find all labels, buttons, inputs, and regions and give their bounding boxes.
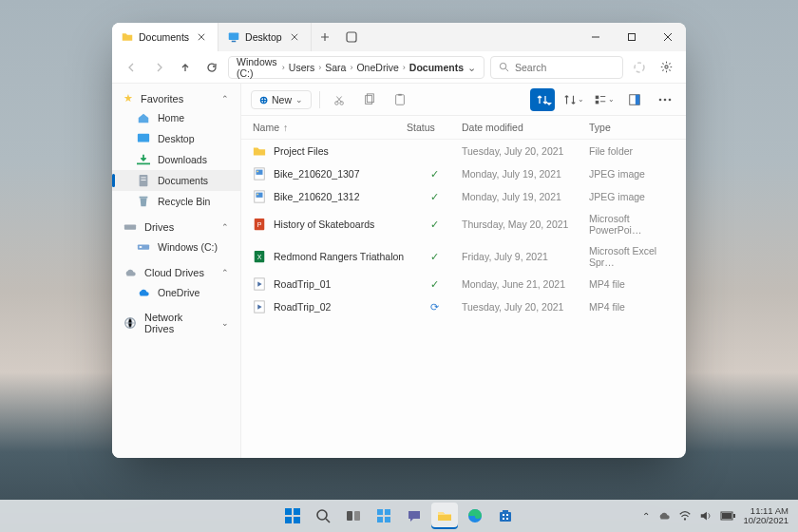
loading-icon [629,57,650,78]
chevron-down-icon[interactable]: ⌄ [467,62,476,73]
back-button[interactable] [122,57,142,78]
column-status[interactable]: Status [407,122,462,133]
search-input[interactable] [515,62,615,73]
sidebar-item-home[interactable]: Home [112,107,240,128]
sidebar-item-recyclebin[interactable]: Recycle Bin [112,191,240,212]
desktop-icon [137,132,150,145]
chevron-up-icon[interactable]: ⌃ [221,268,229,277]
column-type[interactable]: Type [589,122,674,133]
file-name: Bike_210620_1312 [274,191,360,202]
breadcrumb-segment[interactable]: Users [289,62,314,73]
svg-rect-2 [347,32,356,42]
tab-documents[interactable]: Documents [112,23,218,51]
file-explorer-button[interactable] [431,503,458,529]
breadcrumb-segment[interactable]: OneDrive [356,62,398,73]
chevron-right-icon: › [350,63,352,72]
file-icon [253,167,266,180]
svg-rect-1 [232,41,237,43]
up-button[interactable] [175,57,196,78]
sidebar-item-windows-c[interactable]: Windows (C:) [112,237,240,257]
breadcrumb-segment[interactable]: Documents [409,62,464,73]
volume-icon[interactable] [699,509,712,522]
svg-rect-57 [722,513,732,519]
new-tab-button[interactable] [312,32,338,42]
maximize-button[interactable] [614,23,650,51]
tab-overview-button[interactable] [338,31,365,43]
widgets-button[interactable] [370,503,397,529]
synced-icon: ✓ [430,278,439,291]
file-date: Monday, July 19, 2021 [462,168,589,180]
paste-button[interactable] [389,88,411,111]
network-icon [124,316,137,330]
search-button[interactable] [310,503,336,529]
recyclebin-icon [137,195,150,208]
task-view-button[interactable] [340,503,367,529]
sidebar-item-onedrive[interactable]: OneDrive [112,282,240,303]
sidebar-item-label: Downloads [158,154,207,165]
copy-button[interactable] [358,88,381,111]
wifi-icon[interactable] [678,509,692,522]
svg-rect-50 [385,509,390,515]
minimize-button[interactable] [578,23,614,51]
file-row[interactable]: XRedmond Rangers Triathalon✓Friday, July… [241,240,686,273]
clock[interactable]: 11:11 AM 10/20/2021 [743,506,788,526]
chat-button[interactable] [401,503,428,529]
search-box[interactable] [490,56,623,79]
column-name[interactable]: Name↑ [253,122,407,133]
tab-close-button[interactable] [288,30,301,44]
store-button[interactable] [492,503,519,529]
file-row[interactable]: RoadTrip_02⟳Tuesday, July 20, 2021MP4 fi… [241,295,686,318]
sidebar-group-cloud[interactable]: Cloud Drives ⌃ [112,263,240,282]
documents-icon [137,174,150,187]
more-button[interactable] [654,88,676,111]
chevron-up-icon[interactable]: ⌃ [221,222,229,232]
column-headers: Name↑ Status Date modified Type [241,116,686,140]
sidebar-item-label: OneDrive [158,287,200,298]
details-pane-button[interactable] [623,88,646,111]
chevron-right-icon: › [403,63,406,72]
edge-button[interactable] [462,503,488,529]
file-name: Bike_210620_1307 [274,168,360,180]
sidebar-item-documents[interactable]: Documents [112,170,240,191]
sidebar-group-favorites[interactable]: ★ Favorites ⌃ [112,89,240,107]
settings-button[interactable] [656,57,676,78]
onedrive-tray-icon[interactable] [657,509,671,522]
chevron-up-icon[interactable]: ⌃ [221,94,229,104]
file-row[interactable]: Project FilesTuesday, July 20, 2021File … [241,140,686,162]
tray-chevron-icon[interactable]: ⌃ [642,511,650,522]
sidebar-item-desktop[interactable]: Desktop [112,128,240,149]
start-button[interactable] [279,503,306,529]
address-bar[interactable]: Windows (C:)› Users› Sara› OneDrive› Doc… [228,56,484,79]
forward-button[interactable] [148,57,169,78]
file-row[interactable]: PHistory of Skateboards✓Thursday, May 20… [241,208,686,240]
file-date: Monday, July 19, 2021 [462,191,589,202]
chevron-down-icon[interactable]: ⌄ [221,318,229,328]
breadcrumb-segment[interactable]: Sara [325,62,346,73]
sidebar-group-drives[interactable]: Drives ⌃ [112,218,240,237]
sidebar-item-label: Windows (C:) [158,241,218,253]
sort-button[interactable] [530,88,555,111]
home-icon [137,111,150,124]
file-type: File folder [589,145,674,157]
svg-rect-51 [377,517,383,522]
close-button[interactable] [650,23,686,51]
sidebar-item-downloads[interactable]: Downloads [112,149,240,170]
sort-options-button[interactable]: ⌄ [562,88,585,111]
cut-button[interactable] [328,88,351,111]
tab-close-button[interactable] [195,30,208,44]
new-button[interactable]: ⊕ New ⌄ [251,90,312,109]
tab-desktop[interactable]: Desktop [218,23,312,51]
sidebar-group-network[interactable]: Network Drives ⌄ [112,309,240,337]
file-row[interactable]: RoadTrip_01✓Monday, June 21, 2021MP4 fil… [241,273,686,295]
date-label: 10/20/2021 [743,516,788,525]
file-row[interactable]: Bike_210620_1312✓Monday, July 19, 2021JP… [241,185,686,208]
battery-icon[interactable] [720,511,735,521]
column-date[interactable]: Date modified [462,122,589,133]
breadcrumb-segment[interactable]: Windows (C:) [237,56,278,79]
main-pane: ⊕ New ⌄ ⌄ ⌄ Name↑ Status Date modified [241,84,686,458]
svg-point-35 [256,194,258,196]
file-row[interactable]: Bike_210620_1307✓Monday, July 19, 2021JP… [241,162,686,185]
refresh-button[interactable] [201,57,222,78]
view-button[interactable]: ⌄ [593,88,616,111]
star-icon: ★ [124,92,133,104]
